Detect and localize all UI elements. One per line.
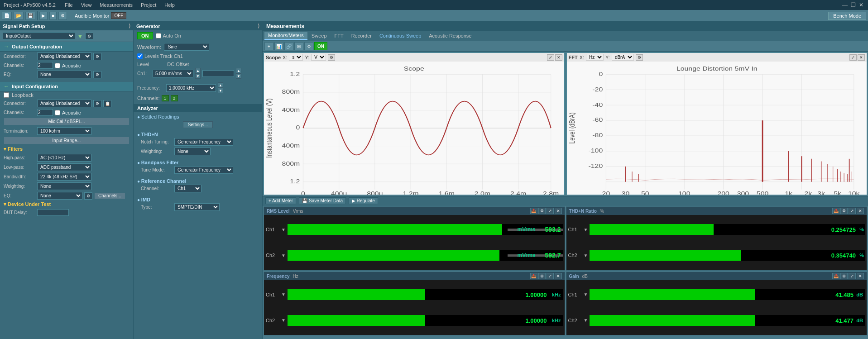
close-btn[interactable]: ✕ [858,2,864,8]
meas-tool-link[interactable]: 🔗 [284,42,293,50]
scope-close-btn[interactable]: ✕ [555,54,562,61]
rms-level-close[interactable]: ✕ [555,208,562,214]
freq-ch1-dropdown[interactable]: ▼ [281,292,286,297]
scope-x-unit-select[interactable]: s [289,54,303,61]
input-range-btn[interactable]: Input Range... [4,137,129,144]
thd-n-ch1-dropdown[interactable]: ▼ [584,227,588,232]
save-btn[interactable]: 💾 [25,12,35,20]
rms-level-ch2-dropdown[interactable]: ▼ [281,253,286,258]
frequency-select[interactable]: 1.00000 kHz [166,84,216,92]
gain-ch2-dropdown[interactable]: ▼ [584,318,588,323]
rms-level-expand[interactable]: ⤢ [547,208,554,214]
gain-expand[interactable]: ⤢ [849,273,856,279]
output-eq-select[interactable]: None [37,71,91,78]
menu-help[interactable]: Help [161,1,178,9]
gen-ch1-dc-down[interactable]: ▼ [236,73,241,79]
meas-tool-grid[interactable]: ⊞ [294,42,303,50]
gain-close[interactable]: ✕ [857,273,864,279]
run-btn[interactable]: ▶ [39,12,48,20]
generator-expand[interactable]: ⟩ [258,23,259,29]
track-ch1-checkbox[interactable] [137,53,143,59]
mic-cal-btn[interactable]: Mic Cal / dBSPL... [4,118,129,125]
add-meter-btn[interactable]: + Add Meter [265,197,296,204]
input-connector-config1[interactable]: ⚙ [93,100,101,107]
tab-continuous-sweep[interactable]: Continuous Sweep [376,32,425,39]
waveform-select[interactable]: Sine [164,43,209,51]
tab-recorder[interactable]: Recorder [348,32,375,39]
output-connector-select[interactable]: Analog Unbalanced [37,53,91,60]
output-eq-config[interactable]: ⚙ [93,71,101,78]
ch2-btn[interactable]: 2 [171,95,178,101]
output-connector-config[interactable]: ⚙ [93,53,101,60]
rms-level-export[interactable]: 📤 [530,208,537,214]
menu-view[interactable]: View [77,1,96,9]
config-btn[interactable]: ⚙ [58,12,67,20]
gen-auto-on-checkbox[interactable] [156,33,161,38]
gen-ch1-dc-up[interactable]: ▲ [236,68,241,73]
new-btn[interactable]: 📄 [2,12,12,20]
channels-btn[interactable]: Channels... [94,192,125,199]
signal-path-expand[interactable]: ⟩ [129,23,130,29]
input-acoustic-checkbox[interactable] [55,110,60,115]
frequency-config[interactable]: ⚙ [538,273,546,279]
fft-settings-btn[interactable]: ⚙ [636,54,643,61]
tab-fft[interactable]: FFT [331,32,347,39]
thd-n-ratio-export[interactable]: 📤 [832,208,839,214]
input-connector-select[interactable]: Analog Unbalanced [37,100,91,107]
bandwidth-select[interactable]: 22.4k (48 kHz SR) [37,173,91,181]
rms-level-config[interactable]: ⚙ [538,208,546,214]
io-selector[interactable]: Input/Output [3,32,75,40]
notch-tuning-select[interactable]: Generator Frequency [174,138,233,146]
tune-mode-select[interactable]: Generator Frequency [174,166,233,174]
scope-expand-btn[interactable]: ⤢ [547,54,554,61]
low-pass-select[interactable]: ADC passband [37,163,91,171]
gen-ch1-level-select[interactable]: 5.000 mVrms [153,70,193,77]
termination-select[interactable]: 100 kohm [37,127,91,135]
bench-mode-btn[interactable]: Bench Mode [828,12,866,20]
thd-n-ratio-expand[interactable]: ⤢ [849,208,856,214]
stop-btn[interactable]: ■ [49,12,57,20]
fft-close-btn[interactable]: ✕ [858,54,865,61]
frequency-close[interactable]: ✕ [555,273,562,279]
freq-up[interactable]: ▲ [218,82,223,88]
thd-n-ratio-config[interactable]: ⚙ [840,208,848,214]
fft-y-unit-select[interactable]: dBrA [612,54,634,61]
dut-delay-input[interactable]: 0.000 s [37,209,69,216]
regulate-btn[interactable]: ▶ Regulate [349,197,378,204]
input-connector-config2[interactable]: 📋 [103,100,111,107]
meas-tool-add[interactable]: + [264,42,273,50]
menu-project[interactable]: Project [137,1,160,9]
gen-ch1-dc-input[interactable]: 0.000 V [202,70,234,77]
meas-tool-settings[interactable]: ⚙ [304,42,313,50]
gen-ch1-level-up[interactable]: ▲ [195,68,201,73]
fft-expand-btn[interactable]: ⤢ [849,54,857,61]
input-channels-input[interactable] [37,109,53,116]
menu-file[interactable]: File [61,1,77,9]
scope-settings-btn[interactable]: ⚙ [328,54,335,61]
eq-select[interactable]: None [37,192,82,200]
freq-ch2-dropdown[interactable]: ▼ [281,318,286,323]
menu-measurements[interactable]: Measurements [96,1,136,9]
fft-x-unit-select[interactable]: Hz [586,54,604,61]
tab-sweep[interactable]: Sweep [308,32,331,39]
loopback-checkbox[interactable] [4,92,9,98]
rms-level-ch1-dropdown[interactable]: ▼ [281,227,286,232]
freq-down[interactable]: ▼ [218,88,223,93]
high-pass-select[interactable]: AC (<10 Hz) [37,154,91,162]
gen-ch1-level-down[interactable]: ▼ [195,73,201,79]
tab-acoustic-response[interactable]: Acoustic Response [425,32,475,39]
output-acoustic-checkbox[interactable] [55,63,60,68]
eq-config[interactable]: ⚙ [84,192,92,200]
gain-ch1-dropdown[interactable]: ▼ [584,292,588,297]
thd-n-ratio-close[interactable]: ✕ [857,208,864,214]
frequency-expand[interactable]: ⤢ [547,273,554,279]
gain-config[interactable]: ⚙ [840,273,848,279]
gen-on-btn[interactable]: ON [137,32,153,39]
maximize-btn[interactable]: ❐ [850,2,856,8]
minimize-btn[interactable]: — [842,2,848,8]
save-meter-data-btn[interactable]: 💾 Save Meter Data [299,197,346,204]
thd-n-ch2-dropdown[interactable]: ▼ [584,253,588,258]
channel-select[interactable]: Ch1 [174,185,201,192]
tab-monitors-meters[interactable]: Monitors/Meters [264,32,307,40]
meas-tool-monitor[interactable]: 📊 [274,42,283,50]
